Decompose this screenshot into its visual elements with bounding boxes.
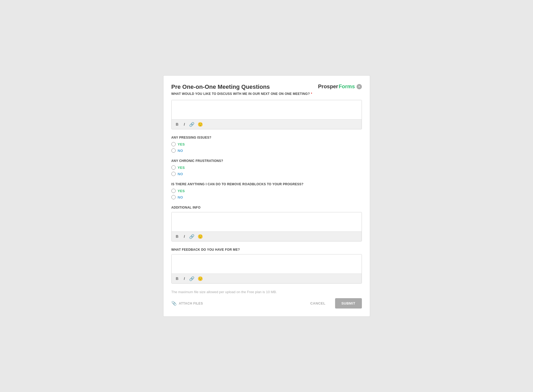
first-question-label: WHAT WOULD YOU LIKE TO DISCUSS WITH ME I…	[171, 92, 362, 96]
feedback-input[interactable]	[172, 254, 362, 272]
brand-forms: Forms	[339, 83, 355, 90]
chronic-no-option[interactable]: NO	[171, 172, 362, 176]
roadblocks-yes-radio[interactable]	[171, 189, 176, 193]
pressing-issues-section: ANY PRESSING ISSUES? YES NO	[171, 136, 362, 153]
chronic-yes-label: YES	[178, 166, 185, 170]
footer-actions: CANCEL SUBMIT	[306, 298, 362, 309]
additional-info-toolbar: B I 🔗 🙂	[172, 231, 362, 241]
chronic-frustrations-radio-group: YES NO	[171, 165, 362, 176]
pressing-issues-yes-radio[interactable]	[171, 142, 176, 146]
cancel-button[interactable]: CANCEL	[306, 299, 330, 308]
discuss-link-icon[interactable]: 🔗	[189, 122, 194, 127]
chronic-no-radio[interactable]	[171, 172, 176, 176]
additional-link-icon[interactable]: 🔗	[189, 234, 194, 239]
discuss-section: B I 🔗 🙂	[171, 100, 362, 129]
file-size-note: The maximum file size allowed per upload…	[171, 290, 362, 294]
roadblocks-yes-option[interactable]: YES	[171, 189, 362, 193]
feedback-italic-button[interactable]: I	[183, 276, 186, 281]
feedback-richtext: B I 🔗 🙂	[171, 254, 362, 284]
attach-files-label: ATTACH FILES	[179, 302, 203, 305]
additional-info-section: ADDITIONAL INFO B I 🔗 🙂	[171, 206, 362, 241]
chronic-frustrations-label: ANY CHRONIC FRUSTRATIONS?	[171, 159, 362, 163]
chronic-yes-option[interactable]: YES	[171, 165, 362, 170]
chronic-yes-radio[interactable]	[171, 165, 176, 170]
form-header: Pre One-on-One Meeting Questions Prosper…	[171, 83, 362, 90]
chronic-no-label: NO	[178, 172, 183, 176]
roadblocks-no-option[interactable]: NO	[171, 195, 362, 199]
pressing-issues-yes-option[interactable]: YES	[171, 142, 362, 146]
additional-info-label: ADDITIONAL INFO	[171, 206, 362, 209]
paperclip-icon: 📎	[171, 301, 177, 306]
pressing-issues-radio-group: YES NO	[171, 142, 362, 153]
form-container: Pre One-on-One Meeting Questions Prosper…	[163, 75, 370, 317]
brand-prosper: Prosper	[318, 83, 338, 90]
feedback-label: WHAT FEEDBACK DO YOU HAVE FOR ME?	[171, 248, 362, 252]
feedback-toolbar: B I 🔗 🙂	[172, 274, 362, 283]
roadblocks-radio-group: YES NO	[171, 189, 362, 199]
feedback-section: WHAT FEEDBACK DO YOU HAVE FOR ME? B I 🔗 …	[171, 248, 362, 284]
additional-info-richtext: B I 🔗 🙂	[171, 212, 362, 241]
additional-info-input[interactable]	[172, 212, 362, 230]
brand-logo: Prosper Forms	[318, 83, 355, 90]
feedback-emoji-icon[interactable]: 🙂	[198, 276, 203, 281]
pressing-issues-label: ANY PRESSING ISSUES?	[171, 136, 362, 139]
additional-italic-button[interactable]: I	[183, 234, 186, 239]
roadblocks-no-radio[interactable]	[171, 195, 176, 199]
logo-close-wrapper: Prosper Forms ✕	[318, 83, 362, 90]
attach-files-button[interactable]: 📎 ATTACH FILES	[171, 301, 203, 306]
roadblocks-section: IS THERE ANYTHING I CAN DO TO REMOVE ROA…	[171, 182, 362, 199]
discuss-italic-button[interactable]: I	[183, 122, 186, 127]
discuss-input[interactable]	[172, 100, 362, 118]
chronic-frustrations-section: ANY CHRONIC FRUSTRATIONS? YES NO	[171, 159, 362, 176]
discuss-bold-button[interactable]: B	[175, 122, 180, 127]
required-indicator: *	[311, 92, 312, 96]
additional-emoji-icon[interactable]: 🙂	[198, 234, 203, 239]
roadblocks-yes-label: YES	[178, 189, 185, 193]
roadblocks-label: IS THERE ANYTHING I CAN DO TO REMOVE ROA…	[171, 182, 362, 186]
pressing-issues-no-radio[interactable]	[171, 148, 176, 153]
pressing-issues-no-option[interactable]: NO	[171, 148, 362, 153]
submit-button[interactable]: SUBMIT	[335, 298, 362, 309]
form-title: Pre One-on-One Meeting Questions	[171, 83, 270, 90]
additional-bold-button[interactable]: B	[175, 234, 180, 239]
pressing-issues-no-label: NO	[178, 149, 183, 153]
discuss-toolbar: B I 🔗 🙂	[172, 119, 362, 129]
pressing-issues-yes-label: YES	[178, 142, 185, 146]
discuss-richtext: B I 🔗 🙂	[171, 100, 362, 129]
feedback-bold-button[interactable]: B	[175, 276, 180, 281]
feedback-link-icon[interactable]: 🔗	[189, 276, 194, 281]
form-footer: 📎 ATTACH FILES CANCEL SUBMIT	[171, 298, 362, 309]
discuss-emoji-icon[interactable]: 🙂	[198, 122, 203, 127]
roadblocks-no-label: NO	[178, 195, 183, 199]
close-button[interactable]: ✕	[357, 84, 362, 89]
